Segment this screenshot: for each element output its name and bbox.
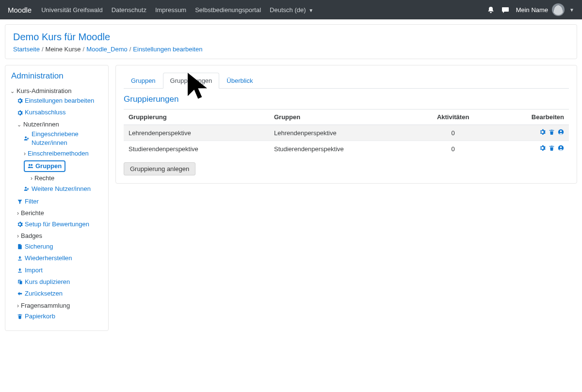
userplus-icon bbox=[24, 136, 30, 141]
cell-groups: Studierendenperspektive bbox=[269, 141, 415, 157]
messages-icon[interactable] bbox=[501, 6, 509, 14]
page-header: Demo Kurs für Moodle Startseite / Meine … bbox=[5, 24, 577, 59]
nav-links: Universität Greifswald Datenschutz Impre… bbox=[41, 6, 313, 14]
section-heading: Gruppierungen bbox=[124, 94, 569, 104]
nav-reports[interactable]: Berichte bbox=[17, 208, 103, 219]
nav-link-impressum[interactable]: Impressum bbox=[155, 6, 186, 14]
userplus-icon bbox=[24, 186, 30, 192]
nav-rights[interactable]: Rechte bbox=[24, 173, 103, 184]
table-row: LehrendenperspektiveLehrendenperspektive… bbox=[124, 125, 569, 141]
file-icon bbox=[17, 244, 23, 250]
user-icon[interactable] bbox=[558, 145, 564, 153]
col-activities: Aktivitäten bbox=[415, 110, 491, 125]
page-title[interactable]: Demo Kurs für Moodle bbox=[13, 31, 110, 42]
navbar: Moodle Universität Greifswald Datenschut… bbox=[0, 0, 582, 19]
nav-enrolment-methods[interactable]: Einschreibemethoden bbox=[24, 148, 103, 159]
cell-grouping: Lehrendenperspektive bbox=[124, 125, 269, 141]
nav-users[interactable]: Nutzer/innen Eingeschriebene Nutzer/inne… bbox=[17, 119, 103, 196]
col-groups: Gruppen bbox=[269, 110, 415, 125]
users-icon bbox=[28, 163, 33, 169]
tab-groups[interactable]: Gruppen bbox=[124, 73, 163, 89]
nav-link-privacy[interactable]: Datenschutz bbox=[112, 6, 146, 14]
nav-completion[interactable]: Kursabschluss bbox=[17, 107, 103, 119]
nav-enrolled-users[interactable]: Eingeschriebene Nutzer/innen bbox=[24, 129, 103, 148]
col-grouping: Gruppierung bbox=[124, 110, 269, 125]
nav-gradesetup[interactable]: Setup für Bewertungen bbox=[17, 219, 103, 231]
nav-badges[interactable]: Badges bbox=[17, 231, 103, 241]
upload-icon bbox=[17, 267, 23, 273]
tabs: Gruppen Gruppierungen Überblick bbox=[124, 72, 569, 89]
delete-icon[interactable] bbox=[549, 145, 555, 153]
svg-point-2 bbox=[560, 130, 562, 132]
nav-groups[interactable]: Gruppen bbox=[24, 159, 103, 173]
filter-icon bbox=[17, 199, 23, 204]
username-label: Mein Name bbox=[516, 6, 548, 14]
brand-link[interactable]: Moodle bbox=[8, 6, 32, 14]
cell-grouping: Studierendenperspektive bbox=[124, 141, 269, 157]
nav-backup[interactable]: Sicherung bbox=[17, 241, 103, 253]
cell-activities: 0 bbox=[415, 125, 491, 141]
nav-duplicate[interactable]: Kurs duplizieren bbox=[17, 277, 103, 288]
nav-filter[interactable]: Filter bbox=[17, 196, 103, 208]
cell-groups: Lehrendenperspektive bbox=[269, 125, 415, 141]
edit-icon[interactable] bbox=[539, 145, 546, 153]
user-menu[interactable]: Mein Name ▼ bbox=[516, 3, 574, 16]
cell-activities: 0 bbox=[415, 141, 491, 157]
svg-point-4 bbox=[560, 146, 562, 148]
edit-icon[interactable] bbox=[539, 129, 546, 137]
tab-overview[interactable]: Überblick bbox=[219, 73, 260, 89]
user-icon[interactable] bbox=[558, 129, 564, 137]
breadcrumb-item[interactable]: Startseite bbox=[13, 46, 40, 53]
trash-icon bbox=[17, 314, 23, 319]
gear-icon bbox=[17, 110, 23, 116]
nav-import[interactable]: Import bbox=[17, 265, 103, 277]
tab-groupings[interactable]: Gruppierungen bbox=[163, 73, 220, 89]
breadcrumb-item[interactable]: Moodle_Demo bbox=[86, 46, 128, 53]
col-edit: Bearbeiten bbox=[491, 110, 569, 125]
nav-link-uni[interactable]: Universität Greifswald bbox=[41, 6, 102, 14]
upload-icon bbox=[17, 255, 23, 261]
nav-link-language[interactable]: Deutsch (de) ▼ bbox=[270, 6, 313, 14]
nav-restore[interactable]: Wiederherstellen bbox=[17, 253, 103, 265]
groupings-table: Gruppierung Gruppen Aktivitäten Bearbeit… bbox=[124, 109, 569, 157]
back-icon bbox=[17, 291, 23, 297]
delete-icon[interactable] bbox=[549, 129, 555, 137]
notifications-icon[interactable] bbox=[487, 6, 495, 14]
nav-questionbank[interactable]: Fragensammlung bbox=[17, 300, 103, 311]
avatar-icon bbox=[552, 3, 565, 16]
copy-icon bbox=[17, 279, 23, 285]
main-content: Gruppen Gruppierungen Überblick Gruppier… bbox=[115, 65, 577, 184]
gear-icon bbox=[17, 221, 23, 227]
nav-trash[interactable]: Papierkorb bbox=[17, 311, 103, 323]
table-row: StudierendenperspektiveStudierendenpersp… bbox=[124, 141, 569, 157]
sidebar: Administration Kurs-Administration Einst… bbox=[5, 65, 109, 331]
breadcrumb-item[interactable]: Einstellungen bearbeiten bbox=[133, 46, 202, 53]
nav-kurs-administration[interactable]: Kurs-Administration Einstellungen bearbe… bbox=[10, 86, 103, 324]
breadcrumb-item: Meine Kurse bbox=[46, 46, 81, 53]
sidebar-title: Administration bbox=[10, 71, 103, 81]
nav-link-selfservice[interactable]: Selbstbedienungsportal bbox=[195, 6, 261, 14]
nav-other-users[interactable]: Weitere Nutzer/innen bbox=[24, 184, 103, 195]
breadcrumb: Startseite / Meine Kurse / Moodle_Demo /… bbox=[13, 46, 569, 53]
gear-icon bbox=[17, 98, 23, 104]
create-grouping-button[interactable]: Gruppierung anlegen bbox=[124, 162, 195, 175]
nav-settings[interactable]: Einstellungen bearbeiten bbox=[17, 95, 103, 107]
nav-reset[interactable]: Zurücksetzen bbox=[17, 288, 103, 300]
